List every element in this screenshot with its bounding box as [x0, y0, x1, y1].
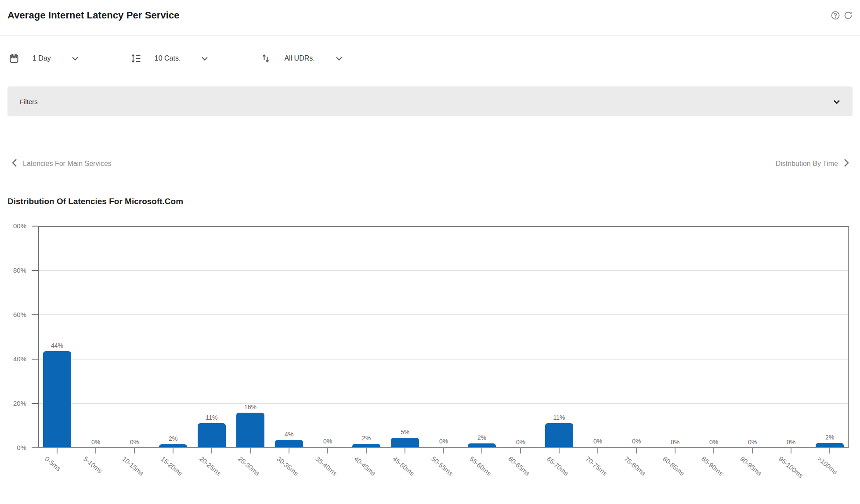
x-axis-tick-label: 60-65ms	[507, 455, 531, 477]
y-axis-tick-label: 40%	[0, 355, 26, 364]
x-axis-tick	[520, 448, 521, 454]
x-axis-tick-label: 55-60ms	[468, 455, 493, 477]
x-axis-tick	[713, 448, 714, 454]
x-axis-tick	[211, 448, 212, 454]
x-axis-tick	[289, 448, 289, 454]
x-axis-tick	[791, 448, 791, 454]
x-axis-tick	[829, 448, 830, 454]
gridline	[39, 359, 848, 360]
x-axis-tick-label: 80-85ms	[661, 455, 686, 477]
x-axis-tick-label: 70-75ms	[584, 455, 609, 477]
bar-value-label: 0%	[580, 437, 615, 445]
x-axis-tick	[597, 448, 598, 454]
x-axis-tick	[134, 448, 135, 454]
bar-value-label: 4%	[271, 430, 307, 438]
x-axis-tick-label: 50-55ms	[430, 455, 455, 477]
x-axis-tick-label: 0-5ms	[43, 455, 62, 472]
latency-distribution-chart: 00%80%60%40%20%0%44%0-5ms0%5-10ms0%10-15…	[0, 0, 860, 504]
bar-value-label: 0%	[503, 438, 538, 446]
x-axis-tick	[636, 448, 637, 454]
x-axis-tick-label: 40-45ms	[353, 455, 377, 477]
x-axis-tick	[481, 448, 482, 454]
y-axis-tick	[32, 270, 38, 271]
bar-value-label: 44%	[40, 342, 75, 349]
x-axis-tick-label: 15-20ms	[159, 455, 184, 477]
bar-value-label: 16%	[233, 403, 268, 411]
x-axis-tick	[405, 448, 405, 454]
x-axis-tick	[366, 448, 367, 454]
x-axis-tick	[443, 448, 444, 454]
x-axis-tick-label: >100ms	[816, 455, 839, 476]
bar-value-label: 0%	[696, 438, 731, 446]
gridline	[39, 314, 848, 315]
bar-value-label: 0%	[735, 438, 770, 446]
y-axis-tick-label: 80%	[0, 266, 26, 275]
bar-value-label: 11%	[542, 414, 577, 421]
x-axis-tick-label: 45-50ms	[391, 455, 416, 477]
bar[interactable]	[198, 423, 226, 448]
y-axis-tick	[32, 314, 38, 315]
x-axis-tick-label: 10-15ms	[121, 455, 145, 477]
x-axis-tick	[752, 448, 753, 454]
x-axis-line	[32, 447, 849, 448]
y-axis-tick-label: 0%	[0, 443, 26, 452]
bar-value-label: 0%	[310, 437, 345, 445]
gridline	[39, 403, 848, 404]
x-axis-tick	[57, 448, 58, 454]
bar[interactable]	[391, 438, 419, 448]
x-axis-tick	[327, 448, 328, 454]
x-axis-tick-label: 85-90ms	[700, 455, 725, 477]
bar-value-label: 0%	[78, 438, 113, 446]
gridline	[39, 270, 848, 271]
x-axis-tick	[675, 448, 676, 454]
bar-value-label: 0%	[619, 437, 654, 445]
bar-value-label: 2%	[155, 435, 191, 443]
y-axis-tick	[32, 359, 38, 360]
x-axis-tick-label: 90-95ms	[739, 455, 763, 477]
x-axis-tick-label: 20-25ms	[198, 455, 223, 477]
bar-value-label: 11%	[194, 414, 229, 421]
bar-value-label: 2%	[464, 434, 499, 442]
y-axis-tick-label: 60%	[0, 310, 26, 319]
y-axis-tick	[32, 403, 38, 404]
bar-value-label: 0%	[426, 437, 461, 445]
x-axis-tick-label: 65-70ms	[546, 455, 570, 477]
bar-value-label: 0%	[773, 438, 809, 446]
bar[interactable]	[43, 351, 71, 448]
x-axis-tick-label: 35-40ms	[314, 455, 339, 477]
bar[interactable]	[236, 413, 264, 448]
x-axis-tick-label: 5-10ms	[82, 455, 104, 475]
x-axis-tick-label: 95-100ms	[777, 455, 805, 479]
y-axis-tick-label: 20%	[0, 399, 26, 408]
x-axis-tick-label: 75-80ms	[623, 455, 647, 477]
x-axis-tick	[250, 448, 251, 454]
x-axis-tick-label: 30-35ms	[275, 455, 300, 477]
x-axis-tick-label: 25-30ms	[237, 455, 261, 477]
bar-value-label: 0%	[658, 438, 693, 446]
bar-value-label: 2%	[349, 434, 384, 442]
bar-value-label: 2%	[812, 433, 847, 441]
x-axis-tick	[559, 448, 560, 454]
y-axis-tick	[32, 226, 38, 227]
x-axis-tick	[95, 448, 96, 454]
y-axis-tick-label: 00%	[0, 222, 26, 230]
bar[interactable]	[545, 423, 573, 448]
plot-frame	[38, 226, 849, 448]
x-axis-tick	[173, 448, 173, 454]
bar-value-label: 0%	[117, 438, 152, 446]
bar-value-label: 5%	[387, 428, 423, 436]
